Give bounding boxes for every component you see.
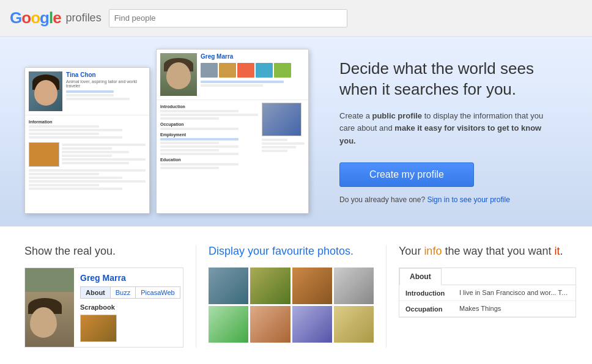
info-value-occupation: Makes Things [459,305,501,312]
hero-subtext: Create a public profile to display the i… [339,110,547,148]
bottom-col-info: Your info the way that you want it. Abou… [387,245,588,348]
greg-photo-1 [201,63,218,78]
hero-sub-bold: public profile [372,111,422,120]
info-tab-about[interactable]: About [399,268,442,285]
tina-body: Information [25,115,149,194]
hero-headline: Decide what the world sees when it searc… [339,59,568,100]
mini-scrapbook-img [80,315,117,342]
tina-subtitle: Animal lover, aspiring tailor and world … [66,79,146,88]
google-logo: Google [10,9,61,27]
col3-highlight-info: info [424,245,442,257]
photo-thumb-2 [250,268,290,304]
tina-avatar [29,71,62,111]
mini-tabs: About Buzz PicasaWeb [80,286,180,299]
greg-profile-card: Greg Marra [156,49,309,214]
info-row-intro: Introduction I live in San Francisco and… [399,285,575,301]
profile-screenshots: Tina Chon Animal lover, aspiring tailor … [24,49,309,214]
info-label-intro: Introduction [405,289,454,297]
tina-profile-card: Tina Chon Animal lover, aspiring tailor … [24,67,150,214]
col1-title: Show the real you. [24,245,183,258]
greg-card-name: Greg Marra [201,53,305,60]
bottom-col-photos: Display your favourite photos. [196,245,387,348]
col2-title: Display your favourite photos. [209,245,374,258]
greg-card-header: Greg Marra [157,49,308,100]
greg-large-avatar [160,53,197,96]
search-input[interactable] [109,9,347,27]
greg-occupation-label: Occupation [160,122,258,126]
greg-card-body: Introduction Occupation Employment Educa… [157,100,308,173]
mini-tab-buzz[interactable]: Buzz [111,287,136,298]
mini-avatar-col [25,268,74,347]
greg-photo-4 [256,63,273,78]
greg-card-sections: Introduction Occupation Employment Educa… [160,103,305,170]
signin-prefix: Do you already have one? [339,195,425,204]
logo-g2: g [40,9,49,27]
photo-thumb-6 [250,306,290,343]
greg-employment-label: Employment [160,133,258,137]
header: Google profiles [0,0,592,37]
hero-text: Decide what the world sees when it searc… [327,59,568,204]
photos-grid [209,268,374,343]
photo-thumb-1 [209,268,248,304]
mini-profile-right: Greg Marra About Buzz PicasaWeb Scrapboo… [74,268,187,347]
create-profile-button[interactable]: Create my profile [339,162,474,187]
info-label-occupation: Occupation [405,305,454,313]
mini-tab-about[interactable]: About [81,287,111,298]
photo-thumb-7 [292,306,332,343]
col3-title: Your info the way that you want it. [399,245,576,258]
greg-map-img [262,103,302,136]
tina-name: Tina Chon [66,71,146,78]
tina-info: Tina Chon Animal lover, aspiring tailor … [66,71,146,101]
greg-intro-label: Introduction [160,104,258,109]
card-header-tina: Tina Chon Animal lover, aspiring tailor … [25,68,149,115]
greg-photos-row [201,61,305,79]
photo-thumb-3 [292,268,332,304]
sign-in-text: Do you already have one? Sign in to see … [339,195,568,204]
sign-in-link[interactable]: Sign in to see your profile [427,195,509,204]
mini-avatar-face [25,292,74,347]
logo-o2: o [31,9,40,27]
mini-scrapbook-label: Scrapbook [80,304,180,311]
photo-thumb-5 [209,306,248,343]
greg-education-label: Education [160,158,258,162]
col3-highlight-it: it [555,245,560,257]
greg-right-section [262,103,305,170]
hero-sub-part1: Create a [339,111,372,120]
greg-photo-2 [219,63,236,78]
bottom-section: Show the real you. Greg Marra About Buzz… [0,226,592,364]
mini-profile-name: Greg Marra [80,273,180,283]
greg-left-section: Introduction Occupation Employment Educa… [160,103,258,170]
logo-g: G [10,9,21,27]
mini-profile: Greg Marra About Buzz PicasaWeb Scrapboo… [24,268,183,348]
mini-tab-picasaweb[interactable]: PicasaWeb [136,287,179,298]
photo-thumb-4 [334,268,374,304]
greg-header-info: Greg Marra [201,53,305,96]
bottom-col-realyou: Show the real you. Greg Marra About Buzz… [12,245,196,348]
info-value-intro: I live in San Francisco and wor... T... … [459,289,569,296]
logo-o1: o [21,9,31,27]
logo-e: e [53,9,61,27]
info-row-occupation: Occupation Makes Things [399,301,575,317]
info-link-robotics[interactable]: T [558,289,568,296]
photo-thumb-8 [334,306,374,343]
profiles-label: profiles [66,12,102,24]
info-tabs: About [399,268,575,285]
greg-photo-5 [274,63,291,78]
hero-section: Tina Chon Animal lover, aspiring tailor … [0,37,592,226]
logo-area: Google profiles [10,9,102,27]
greg-photo-3 [237,63,254,78]
col2-title-text: Display your favourite photos. [209,245,353,257]
info-box: About Introduction I live in San Francis… [399,268,576,318]
tina-info-label: Information [29,120,146,124]
